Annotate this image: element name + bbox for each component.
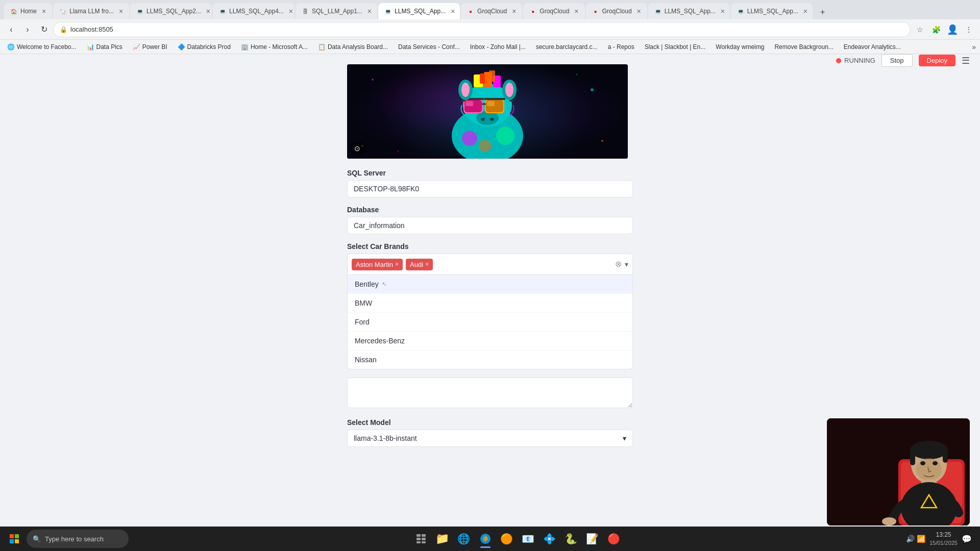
clear-button[interactable]: ⊗ (615, 260, 622, 268)
tab-close[interactable]: × (449, 7, 455, 15)
taskbar-python[interactable]: 🐍 (561, 529, 581, 549)
dropdown-item-mercedes[interactable]: Mercedes-Benz (348, 332, 632, 350)
tag-aston-martin[interactable]: Aston Martin × (352, 259, 403, 270)
tab-favicon: 🗄 (302, 8, 309, 15)
refresh-button[interactable]: ↻ (37, 22, 51, 37)
tab-close[interactable]: × (117, 7, 123, 15)
bookmark-label: Data Pics (96, 43, 122, 51)
tag-audi[interactable]: Audi × (406, 259, 433, 270)
screenshot-icon[interactable]: ⊙ (351, 142, 363, 155)
dropdown-arrow[interactable]: ▾ (625, 260, 628, 268)
tab-groq1[interactable]: ● GroqCloud × (461, 3, 522, 19)
bookmark-zoho[interactable]: Inbox - Zoho Mail |... (467, 42, 529, 52)
bookmark-slack[interactable]: Slack | Slackbot | En... (642, 42, 709, 52)
tab-groq3[interactable]: ● GroqCloud × (586, 3, 647, 19)
taskbar-vscode[interactable]: 📝 (582, 529, 603, 549)
dropdown-item-ford[interactable]: Ford (348, 313, 632, 332)
multiselect-box[interactable]: Aston Martin × Audi × ⊗ ▾ (347, 254, 633, 275)
bookmark-databoard[interactable]: 📋 Data Analysis Board... (315, 42, 391, 52)
tab-close[interactable]: × (287, 7, 293, 15)
taskbar-red-icon[interactable]: 🔴 (604, 529, 624, 549)
profile-btn[interactable]: 👤 (945, 22, 960, 37)
bookmark-workday[interactable]: Workday wmeimg (713, 42, 767, 52)
tab-close[interactable]: × (572, 7, 578, 15)
taskbar-file-explorer[interactable]: 📁 (432, 529, 453, 549)
menu-btn[interactable]: ⋮ (962, 22, 976, 37)
bookmark-label: Workday wmeimg (716, 43, 764, 51)
bookmark-label: Inbox - Zoho Mail |... (470, 43, 526, 51)
tab-favicon: ● (592, 8, 599, 15)
taskbar-search[interactable]: 🔍 Type here to search (27, 530, 129, 548)
tab-llms-active[interactable]: 💻 LLMS_SQL_App... × (378, 3, 460, 19)
tab-close[interactable]: × (510, 7, 516, 15)
bookmark-repos[interactable]: a - Repos (605, 42, 638, 52)
svg-point-44 (910, 441, 948, 459)
svg-point-14 (490, 118, 494, 121)
tab-llms10[interactable]: 💻 LLMS_SQL_App... × (648, 3, 730, 19)
svg-rect-21 (482, 103, 486, 105)
text-input[interactable] (347, 378, 633, 408)
time: 13:25 (929, 531, 958, 539)
bookmark-label: Power BI (142, 43, 167, 51)
dropdown-item-bmw[interactable]: BMW (348, 294, 632, 313)
tag-aston-close[interactable]: × (395, 261, 399, 268)
bookmark-facebook[interactable]: 🌐 Welcome to Facebo... (4, 42, 80, 52)
tab-close[interactable]: × (635, 7, 641, 15)
tag-audi-close[interactable]: × (425, 261, 429, 268)
notification-icon[interactable]: 💬 (962, 534, 972, 544)
taskbar-chrome[interactable]: 🌐 (454, 529, 474, 549)
dropdown-item-bentley[interactable]: Bentley ↖ (348, 275, 632, 294)
start-button[interactable] (4, 529, 24, 549)
new-tab-button[interactable]: + (816, 5, 830, 19)
model-select[interactable]: llama-3.1-8b-instant ▾ (347, 430, 633, 447)
bookmark-dataservices[interactable]: Data Services - Conf... (395, 42, 463, 52)
bookmark-icon: 📈 (133, 43, 140, 51)
bookmark-removebg[interactable]: Remove Backgroun... (771, 42, 836, 52)
taskbar-task-view[interactable] (411, 529, 431, 549)
bookmark-label: Remove Backgroun... (774, 43, 833, 51)
system-icons[interactable]: 🔊 📶 (906, 535, 925, 543)
svg-rect-17 (465, 101, 473, 106)
tab-groq2[interactable]: ● GroqCloud × (523, 3, 584, 19)
bookmark-endeavor[interactable]: Endeavor Analytics... (841, 42, 904, 52)
tab-llms4[interactable]: 💻 LLMS_SQL_App4... × (213, 3, 295, 19)
tab-close[interactable]: × (801, 7, 807, 15)
extensions-btn[interactable]: 🧩 (929, 22, 943, 37)
tab-close[interactable]: × (365, 7, 372, 15)
bookmark-databricks[interactable]: 🔷 Databricks Prod (175, 42, 234, 52)
bookmark-datapics[interactable]: 📊 Data Pics (84, 42, 126, 52)
stop-button[interactable]: Stop (881, 54, 913, 67)
bookmark-label: Databricks Prod (187, 43, 231, 51)
tab-close[interactable]: × (40, 7, 46, 15)
tab-label: LLMS_SQL_App... (665, 8, 716, 15)
bookmark-barclaycard[interactable]: secure.barclaycard.c... (533, 42, 601, 52)
bookmark-star[interactable]: ☆ (913, 22, 927, 37)
running-indicator: RUNNING (836, 57, 875, 64)
tab-close[interactable]: × (719, 7, 725, 15)
model-group: Select Model llama-3.1-8b-instant ▾ (347, 418, 633, 447)
taskbar-orange-icon[interactable]: 🟠 (497, 529, 517, 549)
tab-home[interactable]: 🏠 Home × (4, 3, 52, 19)
tab-label: LLMS_SQL_App2... (146, 8, 201, 15)
bookmark-microsoft[interactable]: 🏢 Home - Microsoft A... (238, 42, 311, 52)
dropdown-item-nissan[interactable]: Nissan (348, 350, 632, 369)
deploy-button[interactable]: Deploy (919, 55, 955, 66)
taskbar-mail[interactable]: 📧 (518, 529, 538, 549)
tab-close[interactable]: × (204, 7, 210, 15)
svg-point-35 (462, 131, 477, 146)
tab-llms2[interactable]: 💻 LLMS_SQL_App2... × (130, 3, 212, 19)
bookmarks-more[interactable]: » (972, 43, 976, 51)
taskbar-firefox[interactable] (475, 529, 496, 549)
tab-llms11[interactable]: 💻 LLMS_SQL_App... × (731, 3, 813, 19)
tab-llama[interactable]: 🦙 Llama LLM fro... × (53, 3, 129, 19)
back-button[interactable]: ‹ (4, 22, 18, 37)
bookmark-label: Slack | Slackbot | En... (645, 43, 706, 51)
tab-favicon: 🏠 (10, 8, 17, 15)
taskbar-vs-icon[interactable]: 💠 (540, 529, 560, 549)
bookmark-powerbi[interactable]: 📈 Power BI (130, 42, 170, 52)
forward-button[interactable]: › (20, 22, 35, 37)
svg-point-4 (591, 88, 594, 91)
hamburger-icon[interactable]: ☰ (962, 55, 970, 66)
address-bar[interactable]: 🔒 localhost:8505 (53, 22, 911, 37)
tab-sql[interactable]: 🗄 SQL_LLM_App1... × (296, 3, 377, 19)
